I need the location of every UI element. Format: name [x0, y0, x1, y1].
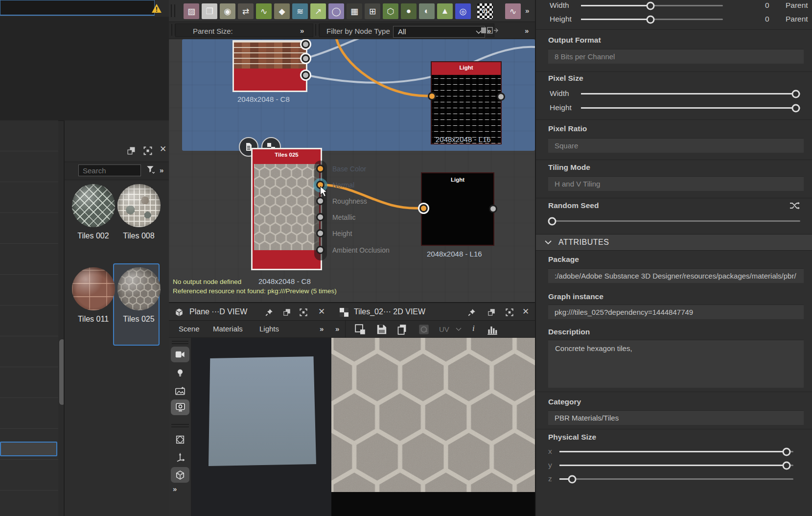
pin-icon[interactable] — [467, 308, 476, 317]
left-list-selected-row[interactable] — [0, 442, 57, 456]
package-field[interactable]: :/adobe/Adobe Substance 3D Designer/reso… — [548, 268, 804, 283]
transform-axes-icon[interactable] — [171, 449, 189, 465]
roughness-output-pin[interactable] — [316, 197, 325, 205]
pixel-width-slider-handle[interactable] — [792, 90, 800, 98]
gradient-node-icon[interactable]: ◎ — [455, 3, 471, 19]
toolbar-grip[interactable] — [171, 4, 175, 17]
metallic-output-pin[interactable] — [316, 213, 325, 221]
copy-icon[interactable] — [397, 324, 408, 335]
close-panel-icon[interactable]: ✕ — [522, 306, 529, 317]
blur-node-icon[interactable]: ◉ — [220, 3, 235, 19]
view2d-header[interactable]: Tiles_02··· 2D VIEW ✕ — [331, 302, 535, 321]
node-graph-canvas[interactable]: 2048x2048 - C8 Light 2048x2048 - L16 Til… — [169, 39, 535, 302]
light-bottom-output-pin[interactable] — [489, 205, 497, 213]
light-top-input-pin[interactable] — [428, 92, 436, 100]
graph-instance-field[interactable]: pkg:///tiles_025?dependency=1444847749 — [548, 305, 804, 319]
warp-node-icon[interactable]: ≋ — [292, 3, 308, 19]
sharpen-node-icon[interactable]: ◆ — [274, 3, 290, 19]
light-top-output-pin[interactable] — [497, 93, 505, 101]
search-input[interactable] — [78, 164, 141, 176]
splatter-node-icon[interactable]: ⬡ — [383, 3, 398, 19]
filter-funnel-icon[interactable] — [146, 165, 156, 175]
view3d-header[interactable]: Plane ···D VIEW ✕ — [169, 302, 331, 321]
fullscreen-icon[interactable] — [505, 308, 514, 317]
width-unit[interactable]: Parent — [786, 1, 808, 10]
graph-toolbar-overflow-chevron-icon[interactable]: » — [525, 26, 528, 35]
brick-output-pin[interactable] — [302, 40, 310, 48]
random-seed-slider[interactable] — [548, 220, 800, 222]
normal-output-pin[interactable] — [316, 181, 325, 189]
curve-node-icon[interactable]: ∿ — [256, 3, 272, 19]
library-item-tiles-008[interactable]: Tiles 008 — [116, 184, 162, 240]
focused-text-field[interactable] — [0, 0, 155, 16]
library-overflow-chevron-icon[interactable]: » — [160, 166, 163, 174]
base-color-output-pin[interactable] — [316, 164, 325, 173]
physical-z-slider-handle[interactable] — [568, 475, 577, 483]
light-node-top[interactable]: Light — [431, 61, 502, 144]
restore-window-icon[interactable] — [487, 308, 496, 317]
transform-node-icon[interactable]: ↗ — [310, 3, 326, 19]
toolstrip-overflow-chevron-icon[interactable]: » — [173, 485, 176, 493]
graph-layout-icons[interactable] — [481, 26, 498, 35]
image-node-icon[interactable]: ▨ — [184, 3, 199, 19]
physical-x-slider-handle[interactable] — [782, 447, 790, 456]
view3d-viewport[interactable] — [191, 338, 331, 516]
attributes-section-header[interactable]: ATTRIBUTES — [536, 234, 812, 251]
random-seed-slider-handle[interactable] — [548, 217, 556, 225]
restore-window-icon[interactable] — [126, 146, 136, 156]
warning-icon[interactable] — [151, 3, 162, 14]
save-icon[interactable] — [376, 324, 387, 335]
physical-y-slider[interactable] — [559, 465, 793, 466]
shape-extract-node-icon[interactable]: ◐ — [419, 3, 435, 19]
background-mode-icon[interactable] — [355, 324, 366, 335]
directional-warp-node-icon[interactable]: ⇄ — [238, 3, 254, 19]
dot-node-icon[interactable]: ● — [401, 3, 417, 19]
shuffle-icon[interactable] — [789, 201, 800, 211]
toolbar-overflow-chevron-icon[interactable]: » — [335, 325, 339, 333]
toolbar-overflow-chevron-icon[interactable]: » — [525, 6, 529, 15]
left-list-rows[interactable] — [0, 120, 58, 516]
node-type-dropdown[interactable]: All — [393, 26, 485, 38]
tab-lights[interactable]: Lights — [259, 325, 279, 333]
width-slider[interactable] — [581, 5, 723, 6]
pin-icon[interactable] — [265, 308, 274, 317]
tiling-mode-field[interactable]: H and V Tiling — [548, 176, 804, 191]
category-field[interactable]: PBR Materials/Tiles — [548, 410, 804, 425]
restore-window-icon[interactable] — [282, 308, 291, 317]
ambient-occlusion-output-pin[interactable] — [316, 246, 325, 254]
pixel-ratio-field[interactable]: Square — [548, 138, 804, 153]
renderer-settings-icon[interactable] — [171, 399, 189, 415]
height-slider[interactable] — [581, 19, 723, 20]
environment-image-icon[interactable] — [171, 383, 189, 399]
bit-depth-node-icon[interactable]: 01 — [477, 3, 493, 19]
physical-z-slider[interactable] — [559, 478, 793, 480]
close-panel-icon[interactable]: ✕ — [318, 306, 325, 317]
histogram-icon[interactable] — [487, 324, 498, 335]
shape-node-icon[interactable]: ◯ — [328, 3, 344, 19]
physical-x-slider[interactable] — [559, 451, 793, 452]
light-bulb-icon[interactable] — [171, 365, 189, 381]
library-item-tiles-002[interactable]: Tiles 002 — [70, 184, 116, 240]
geometry-cube-icon[interactable] — [171, 467, 189, 483]
maximize-window-icon[interactable] — [143, 146, 153, 156]
parent-size-chevron-icon[interactable]: » — [300, 26, 303, 35]
tile-sampler-node-icon[interactable]: ▦ — [347, 3, 362, 19]
tab-materials[interactable]: Materials — [213, 325, 243, 333]
width-slider-handle[interactable] — [647, 1, 655, 10]
wireframe-geometry-icon[interactable] — [171, 432, 189, 447]
library-item-tiles-025[interactable]: Tiles 025 — [116, 267, 162, 324]
pixel-height-slider-handle[interactable] — [792, 104, 800, 112]
flood-fill-node-icon[interactable]: ⊞ — [365, 3, 380, 19]
fullscreen-icon[interactable] — [299, 308, 308, 317]
close-panel-icon[interactable]: ✕ — [160, 144, 169, 154]
pixel-height-slider[interactable] — [581, 107, 800, 109]
height-output-pin[interactable] — [316, 229, 325, 237]
camera-icon[interactable] — [171, 347, 189, 362]
light-bottom-input-pin[interactable] — [419, 204, 428, 212]
height-slider-handle[interactable] — [647, 15, 655, 23]
blend-node-icon[interactable]: ❐ — [202, 3, 217, 19]
brick-output-pin[interactable] — [302, 71, 310, 79]
bezier-curve-node-icon[interactable]: ∿ — [505, 3, 521, 19]
tab-scene[interactable]: Scene — [179, 325, 200, 333]
histogram-node-icon[interactable]: ▲ — [437, 3, 453, 19]
